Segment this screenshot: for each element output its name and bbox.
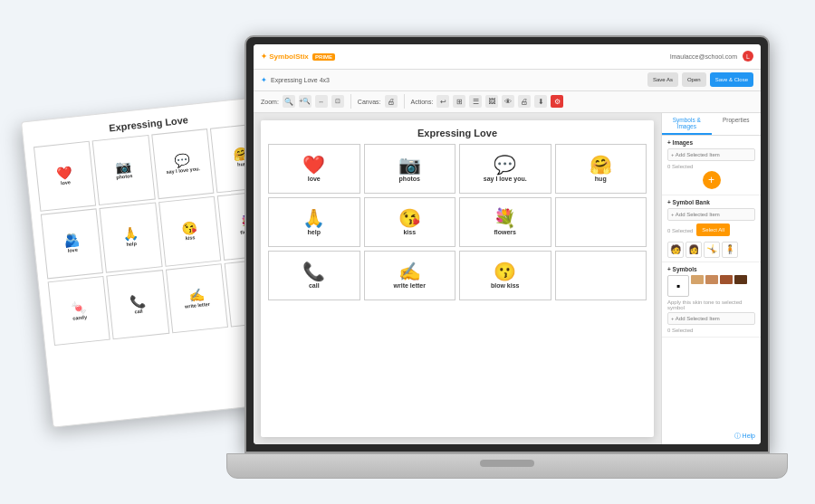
user-email: lmaulacce@school.com: [670, 53, 737, 60]
paper-cell: 💬say I love you.: [151, 128, 214, 199]
paper-cell: 🍬candy: [48, 275, 110, 346]
eye-icon[interactable]: 👁: [502, 95, 514, 108]
tab-properties[interactable]: Properties: [712, 113, 762, 135]
sep-1: [350, 94, 351, 109]
paper-cell: 🫂love: [41, 208, 103, 279]
paper-cell: ✍️write letter: [165, 262, 227, 333]
image-icon[interactable]: 🖼: [485, 95, 498, 108]
symbols-apply-note: Apply this skin tone to selected symbol: [667, 300, 755, 310]
paper-cell: 📷photos: [92, 134, 155, 204]
bank-symbol-3[interactable]: 🤸: [704, 242, 720, 258]
footer: ⓘ Help: [662, 428, 761, 444]
symbols-title: + Symbols: [667, 266, 755, 272]
paper-cell: 📞call: [106, 269, 168, 339]
canvas-icon[interactable]: 🖨: [385, 95, 398, 108]
images-count: 0 Selected: [667, 164, 755, 169]
laptop-screen: ✦ SymbolStix PRIME lmaulacce@school.com …: [254, 44, 761, 444]
color-swatch-4[interactable]: [734, 275, 747, 284]
laptop: ✦ SymbolStix PRIME lmaulacce@school.com …: [226, 35, 788, 479]
symbol-cell[interactable]: [555, 251, 647, 300]
download-icon[interactable]: ⬇: [534, 95, 547, 108]
zoom-fit-icon[interactable]: ⊡: [331, 95, 344, 108]
paper-cell: ❤️love: [34, 140, 96, 211]
symbol-cell[interactable]: 📞call: [268, 251, 360, 300]
paper-cell: 🙏help: [100, 202, 162, 272]
images-title: + Images: [667, 139, 755, 146]
laptop-screen-frame: ✦ SymbolStix PRIME lmaulacce@school.com …: [244, 35, 770, 453]
canvas-paper: Expressing Love ❤️love📷photos💬say I love…: [261, 120, 654, 437]
save-as-button[interactable]: Save As: [647, 72, 678, 87]
color-swatch-2[interactable]: [705, 275, 718, 284]
app-toolbar: Zoom: 🔍 +🔍 ↔ ⊡ Canvas: 🖨 Actions: ↩ ⊞ ☰ …: [254, 91, 761, 113]
app-main: Expressing Love ❤️love📷photos💬say I love…: [254, 113, 761, 444]
zoom-label: Zoom:: [261, 99, 279, 105]
sep-2: [404, 94, 405, 109]
panel-symbol-bank-section: + Symbol Bank 0 Selected Select All 🧑 👩 …: [662, 195, 761, 262]
canvas-label: Canvas:: [358, 99, 381, 105]
images-add-field[interactable]: [667, 148, 755, 161]
logo-text: SymbolStix: [269, 52, 309, 61]
symbol-cell[interactable]: ✍️write letter: [364, 251, 456, 300]
grid-icon[interactable]: ⊞: [453, 95, 465, 108]
bank-symbol-4[interactable]: 🧍: [722, 242, 738, 258]
symbol-bank-row: 🧑 👩 🤸 🧍: [667, 242, 755, 258]
breadcrumb-icon: ✦: [261, 76, 267, 84]
zoom-out-icon[interactable]: 🔍: [283, 95, 295, 108]
canvas-area: Expressing Love ❤️love📷photos💬say I love…: [254, 113, 661, 444]
bank-symbol-2[interactable]: 👩: [686, 242, 702, 258]
panel-images-section: + Images 0 Selected +: [662, 136, 761, 195]
save-close-button[interactable]: Save & Close: [710, 72, 753, 87]
help-button[interactable]: ⓘ Help: [734, 432, 755, 441]
file-bar: ✦ Expressing Love 4x3 Save As Open Save …: [254, 70, 761, 91]
color-swatch-3[interactable]: [720, 275, 733, 284]
symbol-cell[interactable]: 😘kiss: [364, 197, 456, 247]
zoom-reset-icon[interactable]: ↔: [315, 95, 328, 108]
symbol-cell[interactable]: 📷photos: [364, 144, 456, 194]
color-swatch-1[interactable]: [691, 275, 704, 284]
undo-icon[interactable]: ↩: [436, 95, 449, 108]
right-panel: Symbols & Images Properties + Images 0 S…: [661, 113, 761, 444]
bank-symbol-1[interactable]: 🧑: [667, 242, 684, 258]
panel-symbols-section: + Symbols ▪ Apply this skin to: [662, 262, 761, 338]
open-button[interactable]: Open: [682, 72, 706, 87]
laptop-base: [226, 453, 788, 479]
symbol-grid: ❤️love📷photos💬say I love you.🤗hug🙏help😘k…: [268, 144, 647, 300]
symbol-bank-title: + Symbol Bank: [667, 199, 755, 205]
zoom-in-icon[interactable]: +🔍: [299, 95, 312, 108]
tab-symbols-images[interactable]: Symbols & Images: [662, 113, 712, 135]
logo-prime: PRIME: [312, 53, 335, 61]
list-icon[interactable]: ☰: [469, 95, 482, 108]
color-row: [691, 275, 747, 294]
print-icon[interactable]: 🖨: [518, 95, 531, 108]
app-logo: ✦ SymbolStix PRIME: [261, 52, 335, 61]
file-name: Expressing Love 4x3: [271, 77, 330, 83]
symbols-add-field[interactable]: [667, 312, 755, 325]
main-scene: Expressing Love ❤️love📷photos💬say I love…: [18, 17, 797, 488]
symbol-preview: ▪: [667, 275, 689, 297]
actions-label: Actions:: [411, 99, 434, 105]
symbol-cell[interactable]: 🙏help: [268, 197, 360, 247]
symbol-cell[interactable]: 😗blow kiss: [459, 251, 551, 300]
symbol-cell[interactable]: 🤗hug: [555, 144, 647, 194]
settings-icon[interactable]: ⚙: [551, 95, 563, 108]
symbol-cell[interactable]: [555, 197, 647, 247]
canvas-title: Expressing Love: [268, 128, 647, 138]
user-avatar: L: [743, 51, 753, 62]
images-add-button[interactable]: +: [703, 171, 721, 189]
select-all-button[interactable]: Select All: [696, 223, 730, 236]
symbol-cell[interactable]: 💬say I love you.: [459, 144, 551, 194]
app-header: ✦ SymbolStix PRIME lmaulacce@school.com …: [254, 44, 761, 70]
symbol-bank-add-field[interactable]: [667, 208, 755, 221]
symbol-cell[interactable]: 💐flowers: [459, 197, 551, 247]
symbol-bank-count: 0 Selected: [667, 228, 693, 233]
panel-tabs: Symbols & Images Properties: [662, 113, 761, 136]
symbols-count: 0 Selected: [667, 328, 755, 333]
logo-icon: ✦: [261, 52, 267, 61]
paper-cell: 😘kiss: [158, 195, 221, 266]
symbol-cell[interactable]: ❤️love: [268, 144, 360, 194]
